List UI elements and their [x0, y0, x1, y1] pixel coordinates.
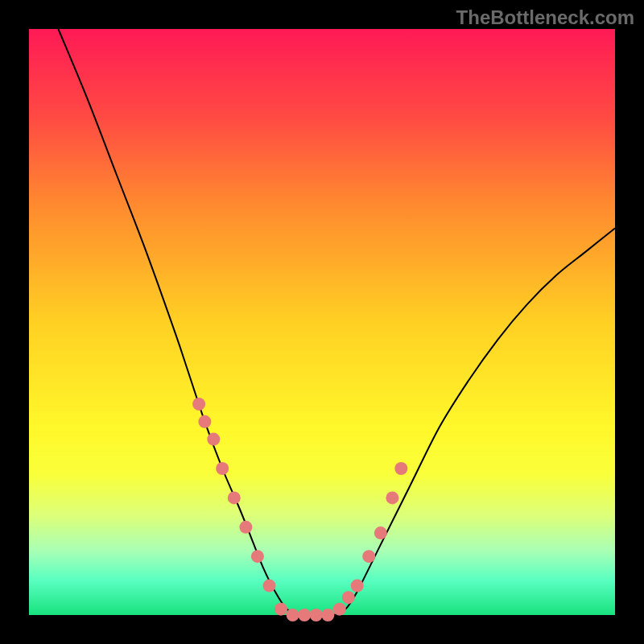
marker-dot — [263, 580, 276, 592]
marker-dot — [192, 398, 205, 411]
marker-dot — [207, 433, 220, 446]
bottleneck-curve — [58, 29, 615, 616]
marker-dot — [287, 609, 299, 621]
marker-dot — [362, 550, 375, 563]
marker-dot — [342, 591, 355, 604]
marker-dot — [374, 526, 387, 539]
gradient-plot-area — [29, 29, 615, 615]
watermark-text: TheBottleneck.com — [456, 6, 634, 29]
marker-dot — [198, 415, 211, 428]
markers-group — [192, 398, 407, 621]
marker-dot — [251, 550, 264, 563]
marker-dot — [321, 609, 334, 621]
marker-dot — [351, 580, 364, 592]
marker-dot — [333, 603, 346, 616]
marker-dot — [228, 491, 241, 504]
marker-dot — [310, 609, 323, 621]
marker-dot — [298, 609, 311, 621]
marker-dot — [394, 462, 407, 475]
marker-dot — [386, 491, 398, 504]
marker-dot — [239, 521, 252, 534]
chart-svg — [29, 29, 615, 615]
marker-dot — [275, 603, 287, 616]
marker-dot — [216, 462, 229, 475]
